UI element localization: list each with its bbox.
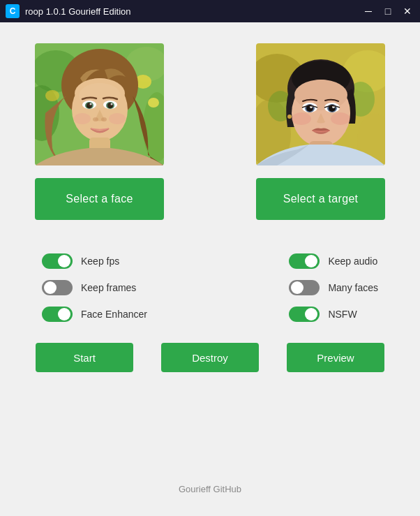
- svg-point-48: [287, 115, 292, 119]
- many-faces-row: Many faces: [289, 280, 378, 295]
- keep-frames-label: Keep frames: [81, 282, 136, 293]
- github-link[interactable]: Gourieff GitHub: [179, 484, 241, 494]
- keep-frames-toggle[interactable]: [42, 280, 73, 295]
- select-target-button[interactable]: Select a target: [256, 178, 385, 220]
- titlebar: C roop 1.0.1 Gourieff Edition ─ □ ✕: [0, 0, 420, 22]
- svg-point-46: [292, 112, 311, 125]
- target-face-svg: [256, 43, 385, 165]
- svg-point-21: [74, 113, 91, 124]
- main-content: Select a face: [0, 22, 420, 516]
- titlebar-controls: ─ □ ✕: [361, 4, 414, 18]
- action-buttons-row: Start Destroy Preview: [35, 343, 385, 372]
- close-button[interactable]: ✕: [400, 4, 414, 18]
- images-row: Select a face: [35, 43, 385, 220]
- face-enhancer-row: Face Enhancer: [42, 307, 147, 322]
- many-faces-label: Many faces: [328, 282, 378, 293]
- keep-fps-label: Keep fps: [81, 256, 119, 267]
- nsfw-label: NSFW: [328, 309, 357, 320]
- many-faces-toggle[interactable]: [289, 280, 320, 295]
- nsfw-row: NSFW: [289, 307, 378, 322]
- svg-point-20: [101, 117, 107, 121]
- target-panel: Select a target: [256, 43, 385, 220]
- source-face-image: [35, 43, 164, 165]
- keep-frames-row: Keep frames: [42, 280, 147, 295]
- toggles-section: Keep fps Keep frames Face Enhancer: [35, 253, 385, 322]
- target-image: [256, 43, 385, 165]
- svg-point-24: [79, 83, 121, 108]
- keep-audio-knob: [305, 255, 317, 267]
- minimize-button[interactable]: ─: [361, 4, 375, 18]
- main-window: C roop 1.0.1 Gourieff Edition ─ □ ✕: [0, 0, 420, 516]
- keep-frames-knob: [44, 281, 57, 294]
- keep-audio-toggle[interactable]: [289, 253, 320, 269]
- keep-fps-row: Keep fps: [42, 253, 147, 269]
- source-face-svg: [35, 43, 164, 165]
- svg-point-19: [93, 117, 98, 121]
- right-toggle-column: Keep audio Many faces NSFW: [289, 253, 378, 322]
- maximize-button[interactable]: □: [381, 4, 395, 18]
- start-button[interactable]: Start: [36, 343, 133, 372]
- keep-fps-knob: [58, 255, 70, 267]
- select-face-button[interactable]: Select a face: [35, 178, 164, 220]
- footer: Gourieff GitHub: [35, 476, 385, 502]
- titlebar-title: roop 1.0.1 Gourieff Edition: [25, 6, 361, 17]
- svg-point-7: [148, 98, 159, 108]
- nsfw-toggle[interactable]: [289, 307, 320, 322]
- svg-point-22: [109, 113, 126, 124]
- face-enhancer-toggle[interactable]: [42, 307, 73, 322]
- face-enhancer-label: Face Enhancer: [81, 309, 147, 320]
- app-icon: C: [6, 4, 20, 18]
- svg-point-6: [45, 90, 59, 101]
- many-faces-knob: [291, 281, 303, 294]
- keep-fps-toggle[interactable]: [42, 253, 73, 269]
- destroy-button[interactable]: Destroy: [161, 343, 259, 372]
- preview-button[interactable]: Preview: [287, 343, 384, 372]
- keep-audio-row: Keep audio: [289, 253, 378, 269]
- source-face-panel: Select a face: [35, 43, 164, 220]
- left-toggle-column: Keep fps Keep frames Face Enhancer: [42, 253, 147, 322]
- svg-point-47: [331, 112, 350, 125]
- nsfw-knob: [305, 308, 317, 320]
- face-enhancer-knob: [58, 308, 70, 320]
- keep-audio-label: Keep audio: [328, 256, 377, 267]
